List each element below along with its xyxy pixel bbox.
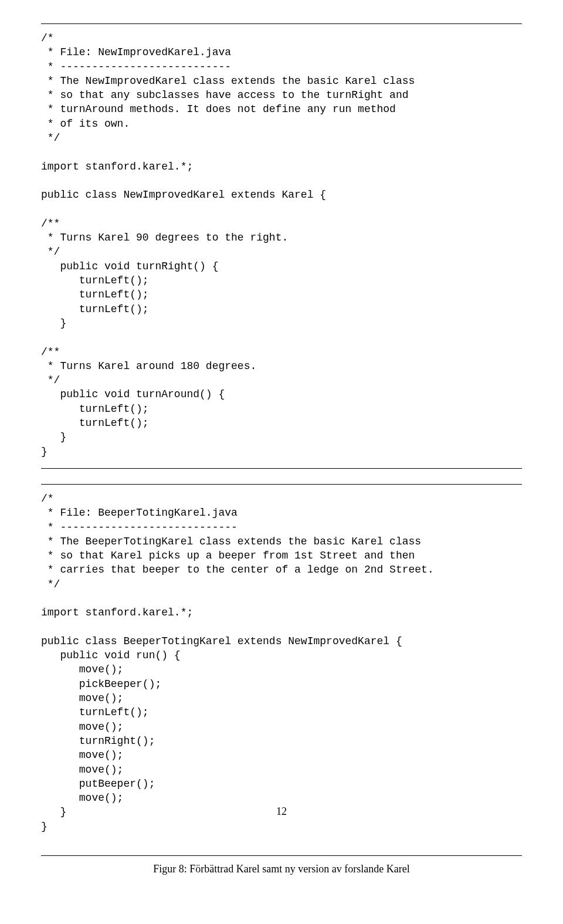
spacer (41, 469, 522, 484)
top-rule (41, 23, 522, 24)
page-number: 12 (41, 805, 522, 818)
figure-caption: Figur 8: Förbättrad Karel samt ny versio… (41, 863, 522, 875)
bottom-rule (41, 855, 522, 856)
code-listing-2: /* * File: BeeperTotingKarel.java * ----… (41, 492, 522, 834)
mid-rule-2 (41, 484, 522, 485)
page-container: /* * File: NewImprovedKarel.java * -----… (0, 0, 563, 891)
code-listing-1: /* * File: NewImprovedKarel.java * -----… (41, 31, 522, 459)
